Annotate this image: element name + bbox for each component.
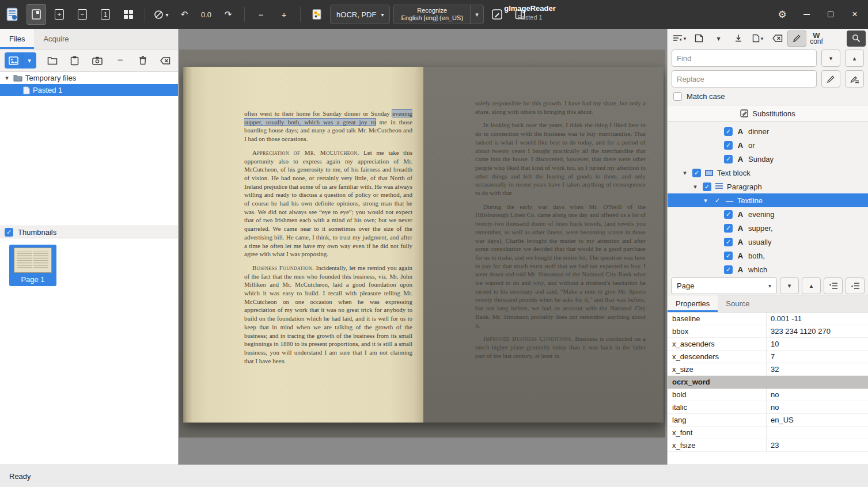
find-next-button[interactable]: ▾ [821, 50, 840, 67]
textblock-checkbox[interactable]: ✓ [692, 169, 701, 177]
zoom-out-button[interactable]: − [251, 4, 271, 25]
open-folder-button[interactable] [44, 52, 60, 69]
image-canvas[interactable]: often went to their home for Sunday dinn… [179, 29, 667, 465]
property-row[interactable]: x_size32 [668, 363, 868, 376]
word-row[interactable]: ✓ A or [668, 138, 868, 152]
paragraph-checkbox[interactable]: ✓ [703, 182, 711, 191]
word-row[interactable]: ✓ A Sunday [668, 152, 868, 166]
page-combo[interactable]: Page ▾ [671, 277, 777, 294]
remove-source-button[interactable]: − [112, 52, 128, 69]
collapse-all-button[interactable] [846, 277, 865, 294]
property-value[interactable] [767, 427, 868, 439]
paragraph-row[interactable]: ▾ ✓ Paragraph [668, 180, 868, 193]
property-value[interactable]: 323 234 1120 270 [767, 325, 868, 337]
ocr-engine-settings-button[interactable] [307, 4, 327, 25]
word-checkbox[interactable]: ✓ [724, 155, 733, 163]
close-button[interactable]: × [846, 6, 863, 23]
word-row[interactable]: ✓ A both, [668, 249, 868, 262]
property-row[interactable]: bbox323 234 1120 270 [668, 325, 868, 338]
property-row[interactable]: x_fsize23 [668, 439, 868, 452]
scanned-book-photo[interactable]: often went to their home for Sunday dinn… [179, 50, 665, 437]
remove-page-button[interactable]: − [73, 4, 92, 25]
recognize-dropdown-button[interactable]: ▾ [470, 5, 484, 24]
property-value[interactable]: 7 [767, 351, 868, 363]
property-value[interactable]: 23 [767, 439, 868, 451]
highlight-mode-toggle-button[interactable] [787, 31, 806, 47]
add-image-dropdown-button[interactable]: ▾ [22, 52, 36, 69]
expand-all-button[interactable] [824, 277, 843, 294]
property-row[interactable]: x_ascenders10 [668, 338, 868, 351]
open-hocr-button[interactable] [689, 31, 708, 47]
word-row[interactable]: ✓ A dinner [668, 124, 868, 138]
delete-source-button[interactable] [135, 52, 150, 69]
rotate-left-button[interactable]: ↶ [175, 4, 194, 25]
minimize-button[interactable] [798, 6, 815, 23]
rotate-mode-button[interactable]: ▾ [151, 4, 171, 25]
add-image-button[interactable] [5, 52, 22, 69]
recognize-button[interactable]: Recognize English [eng] (en_US) [393, 5, 470, 24]
clear-output-button[interactable] [768, 31, 787, 47]
save-options-dropdown-button[interactable]: ▾ [709, 31, 728, 47]
add-page-button[interactable]: + [50, 4, 69, 25]
next-item-button[interactable]: ▾ [780, 277, 799, 294]
multi-page-button[interactable] [119, 4, 138, 25]
app-menu-gear-button[interactable]: ⚙ [774, 6, 791, 23]
file-row-pasted-1[interactable]: Pasted 1 [0, 84, 178, 96]
thumbnail-page-1[interactable]: Page 1 [9, 245, 56, 286]
word-checkbox[interactable]: ✓ [724, 238, 733, 246]
property-value[interactable]: en_US [767, 414, 868, 426]
thumbnails-checkbox[interactable]: ✓ [5, 228, 13, 237]
property-value[interactable]: 0.001 -11 [767, 313, 868, 325]
replace-input[interactable] [672, 70, 817, 87]
page-layout-button[interactable] [26, 4, 46, 25]
substitutions-button[interactable]: Substitutions [668, 105, 868, 122]
paste-clipboard-button[interactable] [67, 52, 82, 69]
zoom-in-button[interactable]: + [274, 4, 294, 25]
textblock-row[interactable]: ▾ ✓ Text block [668, 166, 868, 180]
word-row[interactable]: ✓ A which [668, 262, 868, 276]
property-row[interactable]: italicno [668, 401, 868, 414]
output-mode-combo[interactable]: hOCR, PDF ▾ [330, 5, 390, 24]
tab-properties[interactable]: Properties [668, 295, 718, 312]
previous-item-button[interactable]: ▴ [802, 277, 821, 294]
replace-button[interactable] [821, 70, 840, 87]
rotate-right-button[interactable]: ↷ [218, 4, 238, 25]
word-row[interactable]: ✓ A usually [668, 235, 868, 249]
find-previous-button[interactable]: ▴ [845, 50, 864, 67]
show-confidence-button[interactable]: Wconf [807, 31, 826, 47]
property-value[interactable]: no [767, 389, 868, 401]
folder-row-temporary-files[interactable]: ▾ Temporary files [0, 72, 178, 84]
screenshot-button[interactable] [90, 52, 105, 69]
word-checkbox[interactable]: ✓ [724, 127, 733, 136]
export-button[interactable]: ▾ [748, 31, 767, 47]
find-replace-toggle-button[interactable] [847, 31, 866, 47]
property-row[interactable]: langen_US [668, 414, 868, 427]
tab-source[interactable]: Source [718, 295, 757, 312]
match-case-checkbox[interactable] [673, 92, 682, 101]
tab-files[interactable]: Files [0, 29, 34, 49]
property-value[interactable]: 10 [767, 338, 868, 350]
expander-icon[interactable]: ▾ [692, 183, 699, 191]
word-row[interactable]: ✓ A evening [668, 207, 868, 221]
expander-icon[interactable]: ▾ [681, 169, 688, 177]
word-checkbox[interactable]: ✓ [724, 252, 733, 260]
property-row[interactable]: x_descenders7 [668, 351, 868, 363]
word-checkbox[interactable]: ✓ [724, 141, 733, 150]
property-row[interactable]: baseline0.001 -11 [668, 313, 868, 325]
folder-expander-icon[interactable]: ▾ [3, 74, 10, 82]
word-checkbox[interactable]: ✓ [724, 224, 733, 233]
single-page-button[interactable]: 1 [96, 4, 115, 25]
property-value[interactable]: 32 [767, 363, 868, 375]
insert-mode-button[interactable]: ▾ [670, 31, 689, 47]
clear-sources-button[interactable] [158, 52, 173, 69]
textline-checkbox[interactable]: ✓ [713, 196, 722, 205]
replace-all-button[interactable] [845, 70, 864, 87]
maximize-button[interactable] [822, 6, 839, 23]
word-checkbox[interactable]: ✓ [724, 265, 733, 274]
word-row[interactable]: ✓ A supper, [668, 221, 868, 235]
tab-acquire[interactable]: Acquire [34, 29, 78, 49]
word-checkbox[interactable]: ✓ [724, 210, 733, 219]
expander-icon[interactable]: ▾ [702, 197, 709, 204]
rotation-value[interactable]: 0.0 [198, 10, 215, 19]
find-input[interactable] [672, 50, 817, 67]
